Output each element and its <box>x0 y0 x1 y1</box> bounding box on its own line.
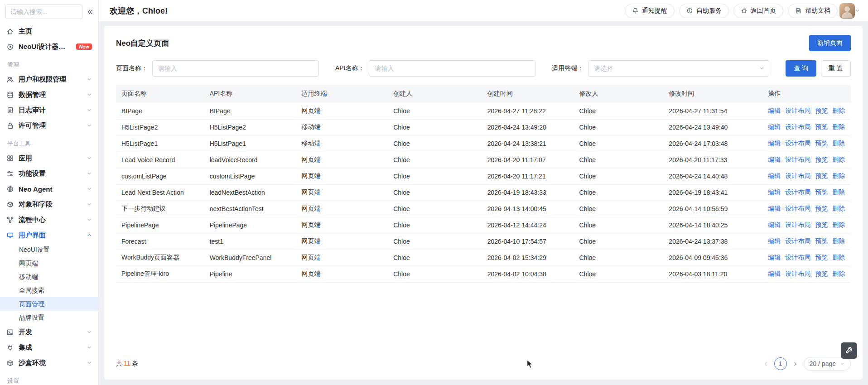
page-size-select[interactable]: 20 / page <box>804 357 851 371</box>
action-link[interactable]: 设计布局 <box>785 140 810 147</box>
action-link[interactable]: 预览 <box>815 221 828 228</box>
new-badge: New <box>76 43 92 50</box>
action-link[interactable]: 编辑 <box>768 172 781 179</box>
action-link[interactable]: 编辑 <box>768 123 781 130</box>
header-button[interactable]: 自助服务 <box>679 4 729 18</box>
sidebar-item[interactable]: 应用 <box>0 150 98 166</box>
action-link[interactable]: 预览 <box>815 172 828 179</box>
terminal-select-input[interactable] <box>588 60 769 77</box>
action-link[interactable]: 删除 <box>832 140 845 147</box>
collapse-sidebar-icon[interactable] <box>86 8 94 16</box>
page-name-input[interactable] <box>152 60 319 77</box>
cell-name: PipelinePage <box>116 217 204 233</box>
sidebar-item[interactable]: 集成 <box>0 340 98 355</box>
target-icon <box>6 43 14 51</box>
action-link[interactable]: 删除 <box>832 188 845 196</box>
sidebar-item[interactable]: 用户和权限管理 <box>0 72 98 87</box>
sidebar-item[interactable]: Neo Agent <box>0 181 98 197</box>
sidebar-subitem[interactable]: 移动端 <box>0 270 98 284</box>
action-link[interactable]: 设计布局 <box>785 156 810 163</box>
avatar[interactable] <box>839 3 855 19</box>
prev-page-icon[interactable] <box>763 361 769 367</box>
sidebar-item[interactable]: 用户界面 <box>0 227 98 243</box>
action-link[interactable]: 编辑 <box>768 270 781 277</box>
header-button[interactable]: 返回首页 <box>733 4 783 18</box>
action-link[interactable]: 预览 <box>815 237 828 245</box>
action-link[interactable]: 预览 <box>815 107 828 114</box>
action-link[interactable]: 删除 <box>832 156 845 163</box>
next-page-icon[interactable] <box>792 361 798 367</box>
add-page-button[interactable]: 新增页面 <box>809 35 851 51</box>
action-link[interactable]: 删除 <box>832 123 845 130</box>
table-row: WorkBuddy页面容器WorkBuddyFreePanel网页端Chloe2… <box>116 250 851 266</box>
sidebar-item[interactable]: 功能设置 <box>0 166 98 181</box>
action-link[interactable]: 预览 <box>815 270 828 277</box>
header-button[interactable]: 通知提醒 <box>625 4 675 18</box>
sidebar-subitem[interactable]: 网页端 <box>0 256 98 270</box>
action-link[interactable]: 设计布局 <box>785 172 810 179</box>
action-link[interactable]: 编辑 <box>768 156 781 163</box>
action-link[interactable]: 删除 <box>832 270 845 277</box>
action-link[interactable]: 预览 <box>815 140 828 147</box>
action-link[interactable]: 预览 <box>815 254 828 261</box>
action-link[interactable]: 删除 <box>832 254 845 261</box>
sidebar-item[interactable]: 日志审计 <box>0 102 98 118</box>
sidebar-item[interactable]: NeoUI设计器升级New <box>0 39 98 54</box>
sidebar-subitem[interactable]: 全局搜索 <box>0 284 98 297</box>
action-link[interactable]: 删除 <box>832 237 845 245</box>
action-link[interactable]: 删除 <box>832 107 845 114</box>
cell-modified: 2026-04-24 14:40:48 <box>663 168 762 184</box>
api-name-input[interactable] <box>369 60 535 77</box>
sidebar-item[interactable]: 沙盒环境 <box>0 355 98 371</box>
reset-button[interactable]: 重 置 <box>821 60 851 77</box>
sidebar-item[interactable]: 许可管理 <box>0 118 98 133</box>
content-area: Neo自定义页面 新增页面 页面名称： API名称： 适用终端： <box>99 21 868 385</box>
action-link[interactable]: 删除 <box>832 205 845 212</box>
action-link[interactable]: 编辑 <box>768 254 781 261</box>
bell-icon <box>632 7 639 14</box>
action-link[interactable]: 编辑 <box>768 107 781 114</box>
avatar-caret-icon[interactable] <box>855 8 860 13</box>
cell-created: 2026-04-02 15:34:29 <box>482 250 574 266</box>
settings-wrench-button[interactable] <box>841 342 857 359</box>
cell-modified: 2026-04-20 11:17:33 <box>663 152 762 168</box>
cell-terminal: 移动端 <box>296 119 388 135</box>
current-page-button[interactable]: 1 <box>774 357 787 370</box>
sidebar-subitem[interactable]: NeoUI设置 <box>0 243 98 256</box>
sidebar-item[interactable]: 主页 <box>0 24 98 39</box>
action-link[interactable]: 编辑 <box>768 140 781 147</box>
query-button[interactable]: 查 询 <box>786 60 816 77</box>
action-link[interactable]: 设计布局 <box>785 254 810 261</box>
action-link[interactable]: 预览 <box>815 188 828 196</box>
sidebar-subitem[interactable]: 页面管理 <box>0 297 98 311</box>
action-link[interactable]: 删除 <box>832 221 845 228</box>
sidebar-item[interactable]: 对象和字段 <box>0 197 98 212</box>
action-link[interactable]: 删除 <box>832 172 845 179</box>
table-row: PipelinePagePipelinePage网页端Chloe2026-04-… <box>116 217 851 233</box>
action-link[interactable]: 设计布局 <box>785 107 810 114</box>
action-link[interactable]: 设计布局 <box>785 237 810 245</box>
sidebar-subitem[interactable]: 品牌设置 <box>0 311 98 324</box>
action-link[interactable]: 预览 <box>815 205 828 212</box>
cell-modifier: Chloe <box>574 233 663 250</box>
terminal-select[interactable] <box>588 60 769 77</box>
sidebar-item-label: 对象和字段 <box>19 200 82 209</box>
sidebar-item[interactable]: 流程中心 <box>0 212 98 227</box>
card-footer: 共11条 1 20 / page <box>104 350 863 380</box>
action-link[interactable]: 预览 <box>815 156 828 163</box>
cell-actions: 编辑设计布局预览删除 <box>762 233 851 250</box>
action-link[interactable]: 编辑 <box>768 237 781 245</box>
sidebar-item[interactable]: 开发 <box>0 324 98 340</box>
action-link[interactable]: 设计布局 <box>785 123 810 130</box>
action-link[interactable]: 设计布局 <box>785 188 810 196</box>
action-link[interactable]: 设计布局 <box>785 205 810 212</box>
action-link[interactable]: 编辑 <box>768 221 781 228</box>
sidebar-item[interactable]: 数据管理 <box>0 87 98 102</box>
action-link[interactable]: 编辑 <box>768 205 781 212</box>
action-link[interactable]: 设计布局 <box>785 221 810 228</box>
sidebar-search-input[interactable] <box>5 5 82 19</box>
action-link[interactable]: 设计布局 <box>785 270 810 277</box>
action-link[interactable]: 预览 <box>815 123 828 130</box>
action-link[interactable]: 编辑 <box>768 188 781 196</box>
header-button[interactable]: 帮助文档 <box>788 4 838 18</box>
